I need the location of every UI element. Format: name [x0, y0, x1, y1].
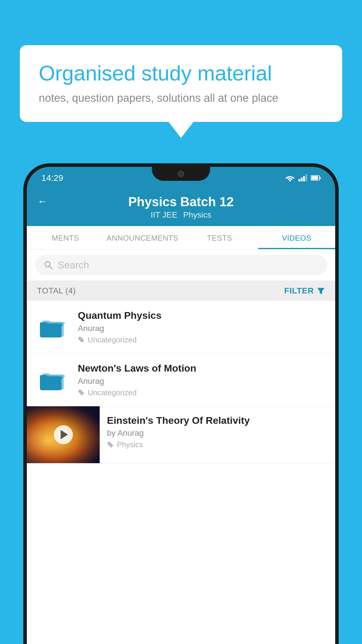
- bubble-title: Organised study material: [39, 61, 323, 85]
- video-info-3: Einstein's Theory Of Relativity by Anura…: [100, 406, 335, 458]
- svg-rect-7: [311, 176, 318, 180]
- video-list: Quantum Physics Anurag Uncategorized: [27, 301, 335, 644]
- video-tag-label-2: Uncategorized: [88, 388, 137, 397]
- back-button[interactable]: ←: [37, 195, 48, 208]
- status-time: 14:29: [41, 173, 63, 183]
- tag-icon: [78, 336, 85, 343]
- list-item[interactable]: Quantum Physics Anurag Uncategorized: [27, 301, 335, 354]
- tag-icon: [107, 441, 114, 448]
- header-subtitle: IIT JEE Physics: [151, 210, 211, 220]
- video-thumbnail-3: [27, 406, 100, 463]
- tab-ments[interactable]: MENTS: [27, 226, 104, 249]
- search-container: Search: [27, 249, 335, 281]
- battery-icon: [311, 175, 321, 181]
- video-tag-label-3: Physics: [117, 440, 143, 449]
- play-button[interactable]: [54, 425, 73, 444]
- svg-rect-4: [305, 174, 307, 181]
- video-author-2: Anurag: [78, 377, 326, 386]
- tab-tests[interactable]: TESTS: [181, 226, 258, 249]
- filter-label: FILTER: [284, 286, 314, 295]
- svg-rect-1: [298, 179, 300, 181]
- video-tag-2: Uncategorized: [78, 388, 326, 397]
- speech-bubble: Organised study material notes, question…: [20, 45, 342, 122]
- video-info-1: Quantum Physics Anurag Uncategorized: [78, 309, 326, 344]
- tabs-bar: MENTS ANNOUNCEMENTS TESTS VIDEOS: [27, 226, 335, 249]
- speech-bubble-container: Organised study material notes, question…: [20, 45, 342, 122]
- video-title-2: Newton's Laws of Motion: [78, 362, 326, 374]
- phone-frame: 14:29: [23, 163, 339, 644]
- signal-icon: [298, 174, 307, 181]
- video-title-1: Quantum Physics: [78, 309, 326, 321]
- svg-marker-10: [317, 288, 324, 294]
- video-tag-3: Physics: [107, 440, 328, 449]
- svg-rect-6: [319, 177, 321, 179]
- video-info-2: Newton's Laws of Motion Anurag Uncategor…: [78, 362, 326, 397]
- search-input[interactable]: Search: [58, 259, 89, 271]
- status-icons: [285, 174, 321, 181]
- bubble-subtitle: notes, question papers, solutions all at…: [39, 92, 323, 104]
- play-triangle-icon: [61, 430, 68, 439]
- video-title-3: Einstein's Theory Of Relativity: [107, 414, 328, 426]
- folder-icon: [40, 368, 66, 391]
- svg-rect-2: [301, 178, 303, 181]
- video-author-3: by Anurag: [107, 428, 328, 438]
- app-screen: ← Physics Batch 12 IIT JEE Physics MENTS…: [27, 189, 335, 644]
- search-icon: [44, 260, 53, 270]
- total-label: TOTAL (4): [37, 286, 76, 295]
- filter-bar: TOTAL (4) FILTER: [27, 281, 335, 301]
- video-tag-1: Uncategorized: [78, 335, 326, 344]
- wifi-icon: [285, 174, 295, 181]
- header-subtitle-right: Physics: [183, 210, 211, 220]
- tab-announcements[interactable]: ANNOUNCEMENTS: [104, 226, 181, 249]
- svg-point-0: [289, 180, 291, 181]
- folder-thumb-2: [36, 365, 71, 394]
- filter-button[interactable]: FILTER: [284, 286, 325, 295]
- list-item[interactable]: Einstein's Theory Of Relativity by Anura…: [27, 406, 335, 463]
- list-item[interactable]: Newton's Laws of Motion Anurag Uncategor…: [27, 354, 335, 406]
- search-bar[interactable]: Search: [35, 255, 327, 275]
- tab-videos[interactable]: VIDEOS: [258, 226, 335, 249]
- header-subtitle-left: IIT JEE: [151, 210, 177, 220]
- video-author-1: Anurag: [78, 324, 326, 333]
- camera-dot: [178, 171, 184, 177]
- video-tag-label-1: Uncategorized: [88, 335, 137, 344]
- header-title: Physics Batch 12: [128, 195, 234, 209]
- status-bar: 14:29: [27, 167, 335, 189]
- folder-thumb-1: [36, 312, 71, 342]
- filter-icon: [317, 287, 325, 295]
- app-header: ← Physics Batch 12 IIT JEE Physics: [27, 189, 335, 226]
- phone-inner: 14:29: [27, 167, 335, 644]
- folder-icon: [40, 315, 66, 339]
- notch: [152, 167, 210, 181]
- svg-rect-3: [303, 176, 305, 181]
- tag-icon: [78, 389, 85, 396]
- svg-line-9: [50, 266, 52, 269]
